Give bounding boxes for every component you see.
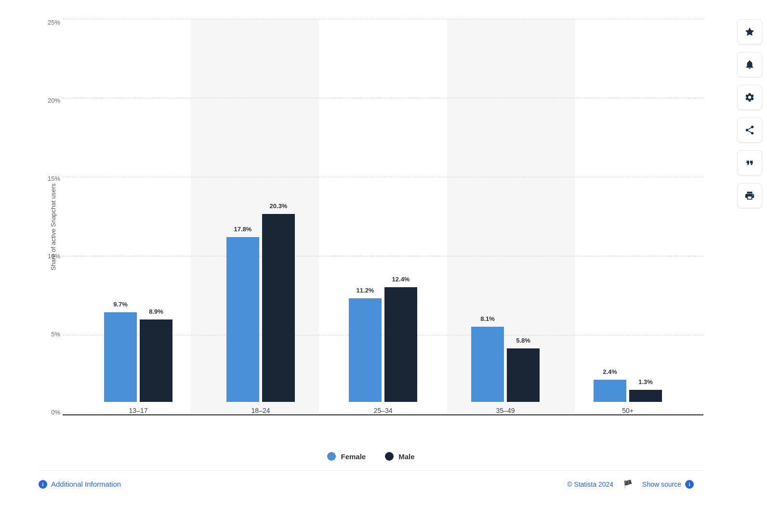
additional-info-label: Additional Information xyxy=(51,480,121,488)
print-button[interactable] xyxy=(737,183,762,208)
bell-button[interactable] xyxy=(737,52,762,77)
bar-female-fill: 9.7% xyxy=(104,312,137,402)
bar-female: 17.8% xyxy=(226,237,259,402)
legend-male-dot xyxy=(385,452,394,461)
star-icon xyxy=(744,27,755,37)
y-tick-label: 25% xyxy=(39,19,60,26)
print-icon xyxy=(744,190,755,201)
bar-female-value-label: 2.4% xyxy=(603,368,617,375)
footer: i Additional Information © Statista 2024… xyxy=(39,470,703,493)
y-tick-label: 20% xyxy=(39,97,60,104)
y-tick-label: 10% xyxy=(39,253,60,259)
legend: Female Male xyxy=(39,444,703,466)
bar-female-fill: 8.1% xyxy=(471,327,504,402)
bar-male: 8.9% xyxy=(140,319,172,402)
x-axis-label: 13–17 xyxy=(129,407,148,414)
bar-group: 17.8%20.3%18–24 xyxy=(226,214,295,414)
x-axis-label: 18–24 xyxy=(251,407,270,414)
y-tick-label: 15% xyxy=(39,175,60,182)
chart-inner: Share of active Snapchat users 0%5%10%15… xyxy=(39,19,703,435)
bar-group-bars: 8.1%5.8% xyxy=(471,327,540,402)
bar-male-value-label: 1.3% xyxy=(638,378,653,386)
legend-female-label: Female xyxy=(341,452,366,461)
bar-female: 2.4% xyxy=(594,380,626,402)
gear-button[interactable] xyxy=(737,85,762,110)
y-tick-label: 0% xyxy=(39,409,60,415)
chart-area: Share of active Snapchat users 0%5%10%15… xyxy=(0,0,732,532)
bar-male-value-label: 20.3% xyxy=(270,202,288,210)
footer-right: © Statista 2024 🏴 Show source i xyxy=(567,479,694,489)
bar-male-fill: 1.3% xyxy=(629,390,662,402)
show-source-button[interactable]: Show source xyxy=(642,480,681,488)
bar-male: 1.3% xyxy=(629,390,662,402)
bell-icon xyxy=(744,59,755,70)
sidebar xyxy=(732,0,767,532)
bar-male-fill: 8.9% xyxy=(140,319,172,402)
chart-plot: 0%5%10%15%20%25% 9.7%8.9%13–1717.8%20.3%… xyxy=(39,19,703,435)
bar-male-value-label: 12.4% xyxy=(392,276,410,283)
legend-female: Female xyxy=(327,452,366,461)
main-container: Share of active Snapchat users 0%5%10%15… xyxy=(0,0,767,532)
bar-male-fill: 20.3% xyxy=(262,214,295,402)
bar-female-fill: 11.2% xyxy=(349,298,382,402)
chart-wrapper: Share of active Snapchat users 0%5%10%15… xyxy=(39,19,703,466)
share-icon xyxy=(744,125,755,135)
y-axis: 0%5%10%15%20%25% xyxy=(39,19,63,415)
bar-group-bars: 2.4%1.3% xyxy=(594,380,662,402)
bar-female-value-label: 11.2% xyxy=(357,287,374,294)
x-axis-label: 50+ xyxy=(622,407,634,414)
source-info-icon[interactable]: i xyxy=(685,480,694,489)
bar-male-fill: 5.8% xyxy=(507,348,540,402)
bar-group: 11.2%12.4%25–34 xyxy=(349,287,417,414)
bar-female-value-label: 17.8% xyxy=(234,226,252,233)
bar-group: 8.1%5.8%35–49 xyxy=(471,327,540,414)
bar-female: 8.1% xyxy=(471,327,504,402)
bar-male-value-label: 5.8% xyxy=(516,337,530,344)
legend-male-label: Male xyxy=(398,452,414,461)
bar-male: 20.3% xyxy=(262,214,295,402)
x-axis-label: 35–49 xyxy=(496,407,515,414)
y-tick-label: 5% xyxy=(39,331,60,337)
bar-group: 2.4%1.3%50+ xyxy=(594,380,662,414)
bar-male-value-label: 8.9% xyxy=(149,308,163,315)
copyright-label: © Statista 2024 xyxy=(567,480,613,488)
bar-female: 9.7% xyxy=(104,312,137,402)
x-axis-label: 25–34 xyxy=(374,407,393,414)
bar-male: 12.4% xyxy=(384,287,417,402)
show-source-section: Show source i xyxy=(642,480,694,489)
bar-female-value-label: 8.1% xyxy=(480,315,495,322)
info-icon: i xyxy=(39,480,47,489)
quote-button[interactable] xyxy=(737,150,762,175)
bar-group-bars: 9.7%8.9% xyxy=(104,312,172,402)
bar-group: 9.7%8.9%13–17 xyxy=(104,312,172,414)
plot-area: 9.7%8.9%13–1717.8%20.3%18–2411.2%12.4%25… xyxy=(63,19,703,415)
bar-groups: 9.7%8.9%13–1717.8%20.3%18–2411.2%12.4%25… xyxy=(63,19,703,414)
quote-icon xyxy=(744,158,755,168)
legend-male: Male xyxy=(385,452,414,461)
bar-group-bars: 11.2%12.4% xyxy=(349,287,417,402)
bar-male-fill: 12.4% xyxy=(384,287,417,402)
legend-female-dot xyxy=(327,452,336,461)
bar-female-fill: 2.4% xyxy=(594,380,626,402)
bar-male: 5.8% xyxy=(507,348,540,402)
bar-female-fill: 17.8% xyxy=(226,237,259,402)
flag-icon: 🏴 xyxy=(623,479,633,489)
bar-female: 11.2% xyxy=(349,298,382,402)
share-button[interactable] xyxy=(737,118,762,143)
additional-info-button[interactable]: i Additional Information xyxy=(39,480,121,489)
bar-female-value-label: 9.7% xyxy=(113,301,128,308)
bar-group-bars: 17.8%20.3% xyxy=(226,214,295,402)
star-button[interactable] xyxy=(737,19,762,44)
gear-icon xyxy=(744,92,755,103)
